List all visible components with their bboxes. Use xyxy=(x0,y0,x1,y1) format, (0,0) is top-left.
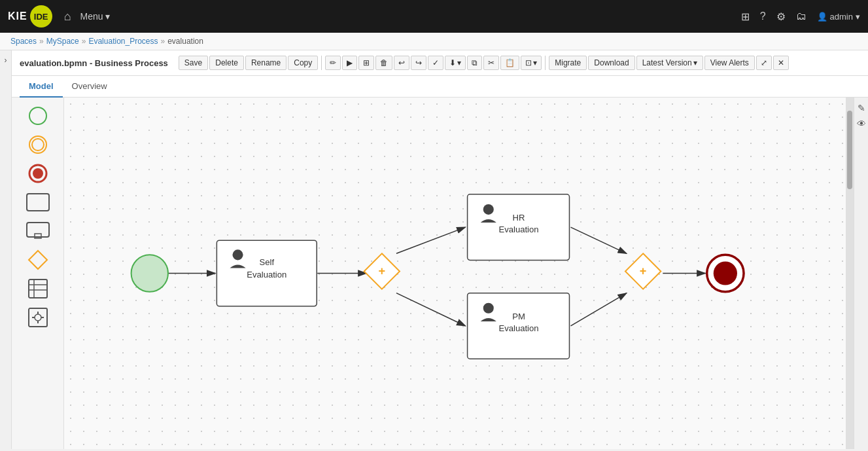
svg-line-22 xyxy=(396,293,466,326)
svg-rect-9 xyxy=(29,280,47,298)
tool-gateway[interactable] xyxy=(18,247,58,273)
save-button[interactable]: Save xyxy=(179,56,208,70)
kie-logo: KIE xyxy=(8,10,27,22)
tool-intermediate-event[interactable] xyxy=(18,132,58,158)
tool-data-object[interactable] xyxy=(18,276,58,302)
navbar: KIE IDE ⌂ Menu ▾ ⊞ ? ⚙ 🗂 👤 admin ▾ xyxy=(0,0,868,33)
breadcrumb-current: evaluation xyxy=(167,37,203,46)
briefcase-icon[interactable]: 🗂 xyxy=(796,10,807,22)
svg-point-14 xyxy=(35,314,41,321)
breadcrumb: Spaces » MySpace » Evaluation_Process » … xyxy=(0,33,868,50)
download-split-button[interactable]: ⬇ ▾ xyxy=(445,56,466,70)
svg-text:+: + xyxy=(640,264,647,278)
start-event[interactable] xyxy=(131,255,168,291)
svg-text:Self: Self xyxy=(260,257,275,267)
svg-rect-6 xyxy=(27,223,49,237)
ide-badge: IDE xyxy=(30,5,52,27)
svg-text:Evaluation: Evaluation xyxy=(247,270,286,280)
brand: KIE IDE xyxy=(8,5,52,27)
svg-text:HR: HR xyxy=(513,213,525,223)
breadcrumb-process[interactable]: Evaluation_Process xyxy=(88,37,158,46)
svg-text:Evaluation: Evaluation xyxy=(499,225,539,234)
editor-panel: evaluation.bpmn - Business Process Save … xyxy=(12,50,868,449)
tool-palette xyxy=(12,98,64,449)
tool-start-event[interactable] xyxy=(18,103,58,129)
grid-view-button[interactable]: ⊞ xyxy=(358,56,374,70)
svg-line-24 xyxy=(570,293,626,326)
right-panel: ✎ 👁 xyxy=(854,98,868,449)
canvas-container: Self Evaluation + HR Evaluation xyxy=(12,98,868,449)
check-button[interactable]: ✓ xyxy=(428,56,443,70)
user-label: admin xyxy=(830,12,853,22)
tool-end-event[interactable] xyxy=(18,160,58,187)
bpmn-diagram: Self Evaluation + HR Evaluation xyxy=(64,98,854,449)
svg-marker-8 xyxy=(29,251,47,269)
svg-point-27 xyxy=(232,249,243,260)
tool-subprocess[interactable] xyxy=(18,218,58,244)
navbar-icons: ⊞ ? ⚙ 🗂 👤 admin ▾ xyxy=(741,10,860,23)
tabs: Model Overview xyxy=(12,76,868,98)
download-button[interactable]: Download xyxy=(588,56,634,70)
toolbar: Save Delete Rename Copy ✏ ▶ ⊞ 🗑 ↩ ↪ ✓ ⬇ … xyxy=(179,56,789,70)
close-editor-button[interactable]: ✕ xyxy=(773,56,789,70)
view-icon[interactable]: 👁 xyxy=(857,118,866,129)
svg-text:+: + xyxy=(379,264,386,278)
view-alerts-button[interactable]: View Alerts xyxy=(704,56,755,70)
svg-line-23 xyxy=(570,227,626,253)
edit-icon-button[interactable]: ✏ xyxy=(325,56,341,70)
scrollbar[interactable] xyxy=(846,98,854,449)
edit-properties-icon[interactable]: ✎ xyxy=(858,103,865,113)
tab-overview[interactable]: Overview xyxy=(63,76,116,98)
user-menu[interactable]: 👤 admin ▾ xyxy=(817,12,860,22)
home-icon[interactable]: ⌂ xyxy=(64,10,71,24)
svg-point-31 xyxy=(483,204,494,215)
menu-button[interactable]: Menu ▾ xyxy=(80,11,111,22)
cut-button[interactable]: ✂ xyxy=(483,56,499,70)
copy-button[interactable]: Copy xyxy=(288,56,318,70)
svg-rect-13 xyxy=(29,308,47,327)
grid-icon[interactable]: ⊞ xyxy=(741,10,750,23)
delete-button[interactable]: Delete xyxy=(209,56,244,70)
trash-button[interactable]: 🗑 xyxy=(375,56,392,70)
view-button[interactable]: ⊡ ▾ xyxy=(521,56,542,70)
editor-title: evaluation.bpmn - Business Process xyxy=(20,58,168,68)
tool-service[interactable] xyxy=(18,304,58,331)
breadcrumb-myspace[interactable]: MySpace xyxy=(46,37,79,46)
end-event-inner xyxy=(714,261,737,285)
expand-button[interactable]: ⤢ xyxy=(756,56,772,70)
svg-point-4 xyxy=(33,168,43,179)
svg-text:Evaluation: Evaluation xyxy=(499,323,539,333)
svg-rect-5 xyxy=(27,194,49,211)
play-button[interactable]: ▶ xyxy=(342,56,357,70)
left-toggle-icon[interactable]: › xyxy=(5,56,7,65)
left-panel-toggle[interactable]: › xyxy=(0,50,12,449)
scrollbar-thumb xyxy=(847,111,852,189)
svg-line-21 xyxy=(396,227,466,253)
settings-icon[interactable]: ⚙ xyxy=(776,10,786,23)
undo-button[interactable]: ↩ xyxy=(394,56,409,70)
main-wrapper: › evaluation.bpmn - Business Process Sav… xyxy=(0,50,868,449)
tool-task[interactable] xyxy=(18,189,58,215)
paste-button[interactable]: 📋 xyxy=(500,56,519,70)
latest-version-button[interactable]: Latest Version ▾ xyxy=(636,56,703,70)
bpmn-canvas[interactable]: Self Evaluation + HR Evaluation xyxy=(64,98,854,449)
user-dropdown-icon: ▾ xyxy=(856,12,860,22)
rename-button[interactable]: Rename xyxy=(245,56,286,70)
migrate-button[interactable]: Migrate xyxy=(549,56,587,70)
copy2-button[interactable]: ⧉ xyxy=(467,56,482,70)
breadcrumb-spaces[interactable]: Spaces xyxy=(10,37,37,46)
svg-point-0 xyxy=(29,107,46,124)
editor-header: evaluation.bpmn - Business Process Save … xyxy=(12,50,868,76)
svg-point-34 xyxy=(483,303,494,314)
svg-text:PM: PM xyxy=(512,312,525,321)
tab-model[interactable]: Model xyxy=(20,76,63,98)
user-icon: 👤 xyxy=(817,12,827,22)
svg-point-2 xyxy=(32,139,44,151)
help-icon[interactable]: ? xyxy=(760,10,766,22)
redo-button[interactable]: ↪ xyxy=(411,56,426,70)
